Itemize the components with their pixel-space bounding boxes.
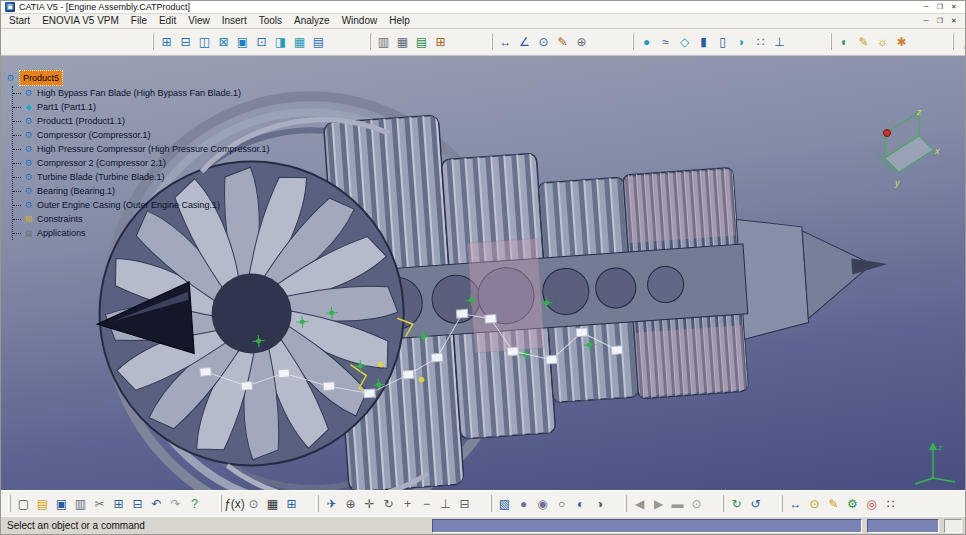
iso-view-icon[interactable]: ▧ [495,494,514,513]
toolbar-grip[interactable] [780,495,783,512]
toolbar-grip[interactable] [219,495,222,512]
tree-item[interactable]: ⚙High Pressure Compressor (High Pressure… [13,142,270,156]
mass-properties-icon[interactable]: ⊙ [805,494,824,513]
toolbar-grip[interactable] [491,33,493,50]
multi-view-icon[interactable]: ⊟ [455,494,474,513]
menu-item-file[interactable]: File [125,15,153,26]
menu-item-enovia-v5-vpm[interactable]: ENOVIA V5 VPM [36,15,125,26]
tree-item[interactable]: ⚙Product1 (Product1.1) [13,114,270,128]
menu-item-window[interactable]: Window [336,15,384,26]
menu-item-analyze[interactable]: Analyze [288,15,336,26]
formula-icon[interactable]: ƒ [957,32,965,51]
toolbar-grip[interactable] [952,33,954,50]
pattern-tool-icon[interactable]: ∷ [751,32,770,51]
toolbar-grip[interactable] [316,495,319,512]
help-icon[interactable]: ? [185,494,204,513]
normal-view-icon[interactable]: ⊥ [436,494,455,513]
menu-item-help[interactable]: Help [383,15,416,26]
restore-button[interactable]: ❐ [933,1,947,12]
tree-root-label[interactable]: Product5 [19,70,63,86]
pan-icon[interactable]: ✛ [360,494,379,513]
specification-tree-icon[interactable]: ▤ [309,32,328,51]
shaded-icon[interactable]: ● [514,494,533,513]
quick-print-icon[interactable]: ▦ [393,32,412,51]
tile-horizontal-icon[interactable]: ⊟ [176,32,195,51]
sphere-tool-icon[interactable]: ● [637,32,656,51]
paint-brush-icon[interactable]: ✎ [824,494,843,513]
compass-tool-icon[interactable]: ◎ [862,494,881,513]
status-corner-box[interactable] [944,519,962,533]
toolbar-grip[interactable] [369,33,371,50]
magnifier-icon[interactable]: ⊙ [687,494,706,513]
swap-space-icon[interactable]: ◑ [590,494,609,513]
zoom-in-icon[interactable]: + [398,494,417,513]
tree-item[interactable]: ⚙Compressor 2 (Compressor 2.1) [13,156,270,170]
paint-icon[interactable]: ✎ [854,32,873,51]
measure-item-icon[interactable]: ↔ [786,494,805,513]
zoom-out-icon[interactable]: − [417,494,436,513]
compass-rotation-handle[interactable] [884,129,891,136]
refresh-tree-icon[interactable]: ↺ [746,494,765,513]
toolbar-grip[interactable] [830,33,832,50]
graph-view-icon[interactable]: ⊡ [252,32,271,51]
formula-fx-icon[interactable]: ƒ(x) [225,494,244,513]
close-button[interactable]: ✕ [947,1,961,12]
measure-between-icon[interactable]: ↔ [496,32,515,51]
next-view-icon[interactable]: ▶ [649,494,668,513]
ground-icon[interactable]: ▬ [668,494,687,513]
pad-tool-icon[interactable]: ▮ [694,32,713,51]
split-view-icon[interactable]: ◨ [271,32,290,51]
fit-all-icon[interactable]: ⊕ [341,494,360,513]
toolbar-grip[interactable] [489,495,492,512]
mdi-minimize-button[interactable]: ─ [919,15,933,27]
menu-item-insert[interactable]: Insert [216,15,253,26]
chart-icon[interactable]: ▤ [412,32,431,51]
measure-inertia-icon[interactable]: ⊙ [534,32,553,51]
toolbar-grip[interactable] [624,495,627,512]
toolbar-grip[interactable] [721,495,724,512]
full-screen-icon[interactable]: ▦ [290,32,309,51]
new-window-icon[interactable]: ⊞ [157,32,176,51]
cascade-windows-icon[interactable]: ⊠ [214,32,233,51]
rule-editor-icon[interactable]: ⊞ [282,494,301,513]
design-table-icon[interactable]: ▦ [263,494,282,513]
hide-show-icon[interactable]: ◐ [571,494,590,513]
open-icon[interactable]: ▤ [33,494,52,513]
settings-gear-icon[interactable]: ⚙ [843,494,862,513]
mdi-close-button[interactable]: ✕ [947,15,961,27]
previous-view-icon[interactable]: ◀ [630,494,649,513]
save-icon[interactable]: ▣ [52,494,71,513]
3d-viewport[interactable]: ⚙Product5⚙High Bypass Fan Blade (High By… [1,56,965,490]
print-icon[interactable]: ▥ [71,494,90,513]
undo-icon[interactable]: ↶ [147,494,166,513]
tree-root-row[interactable]: ⚙Product5 [5,70,270,86]
sun-light-icon[interactable]: ☼ [873,32,892,51]
toolbar-grip[interactable] [152,33,154,50]
zoom-area-icon[interactable]: ⊕ [572,32,591,51]
measure-angle-icon[interactable]: ∠ [515,32,534,51]
toolbar-grip[interactable] [8,495,11,512]
rotate-icon[interactable]: ↻ [379,494,398,513]
cut-icon[interactable]: ✂ [90,494,109,513]
plane-tool-icon[interactable]: ◇ [675,32,694,51]
secondary-input-field[interactable] [867,519,939,533]
tree-item[interactable]: ⚙Outer Engine Casing (Outer Engine Casin… [13,198,270,212]
fly-mode-icon[interactable]: ✈ [322,494,341,513]
printer-icon[interactable]: ▥ [374,32,393,51]
paste-icon[interactable]: ⊟ [128,494,147,513]
sparkle-icon[interactable]: ✱ [892,32,911,51]
annotation-icon[interactable]: ✎ [553,32,572,51]
tree-item[interactable]: ⚙Compressor (Compressor.1) [13,128,270,142]
document-window-icon[interactable]: ▣ [233,32,252,51]
tree-item[interactable]: ▦Applications [13,226,270,240]
redo-icon[interactable]: ↷ [166,494,185,513]
menu-item-start[interactable]: Start [3,15,36,26]
catalog-icon[interactable]: ⊙ [244,494,263,513]
tree-item[interactable]: ⚙Turbine Blade (Turbine Blade.1) [13,170,270,184]
copy-icon[interactable]: ⊞ [109,494,128,513]
toolbar-grip[interactable] [632,33,634,50]
tree-item[interactable]: ◆Part1 (Part1.1) [13,100,270,114]
spreadsheet-icon[interactable]: ⊞ [431,32,450,51]
curve-tool-icon[interactable]: ≈ [656,32,675,51]
new-document-icon[interactable]: ▢ [14,494,33,513]
